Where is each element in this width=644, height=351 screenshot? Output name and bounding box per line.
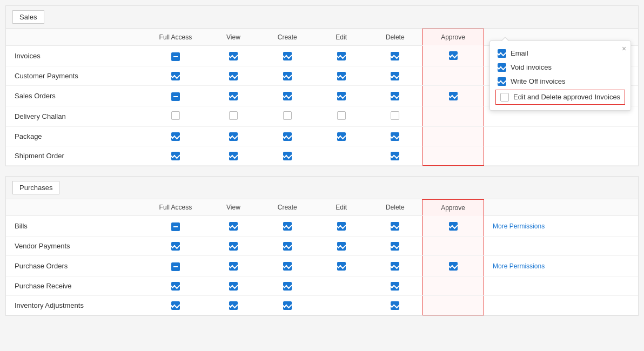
cell-view[interactable] xyxy=(206,106,260,126)
checkbox-minus[interactable] xyxy=(171,262,180,271)
cell-create[interactable] xyxy=(260,146,314,165)
cell-fullAccess[interactable] xyxy=(145,276,206,296)
checkbox-checked[interactable] xyxy=(229,222,238,231)
cell-delete[interactable] xyxy=(368,276,422,296)
checkbox-checked[interactable] xyxy=(337,52,346,60)
cell-edit[interactable] xyxy=(314,85,368,106)
cell-approve[interactable] xyxy=(422,256,484,276)
cell-edit[interactable] xyxy=(314,45,368,66)
checkbox-checked[interactable] xyxy=(283,222,292,231)
checkbox-checked[interactable] xyxy=(229,301,238,310)
popover-checkbox[interactable] xyxy=(498,49,506,58)
more-permissions-link[interactable]: More Permissions xyxy=(487,222,545,230)
cell-delete[interactable] xyxy=(368,85,422,106)
checkbox-minus[interactable] xyxy=(171,222,180,231)
cell-create[interactable] xyxy=(260,276,314,296)
cell-approve[interactable] xyxy=(422,45,484,66)
checkbox-checked[interactable] xyxy=(337,262,346,271)
checkbox-checked[interactable] xyxy=(449,262,458,271)
checkbox-checked[interactable] xyxy=(391,222,399,231)
cell-fullAccess[interactable] xyxy=(145,216,206,237)
checkbox-empty[interactable] xyxy=(391,111,399,120)
cell-fullAccess[interactable] xyxy=(145,237,206,256)
cell-edit[interactable] xyxy=(314,126,368,146)
cell-create[interactable] xyxy=(260,216,314,237)
checkbox-checked[interactable] xyxy=(449,92,458,100)
checkbox-checked[interactable] xyxy=(391,301,399,310)
checkbox-checked[interactable] xyxy=(391,262,399,271)
checkbox-empty[interactable] xyxy=(283,111,292,120)
checkbox-checked[interactable] xyxy=(391,72,399,80)
cell-create[interactable] xyxy=(260,256,314,276)
cell-view[interactable] xyxy=(206,66,260,85)
cell-edit[interactable] xyxy=(314,256,368,276)
cell-fullAccess[interactable] xyxy=(145,146,206,165)
checkbox-empty[interactable] xyxy=(229,111,238,120)
cell-create[interactable] xyxy=(260,126,314,146)
cell-delete[interactable] xyxy=(368,146,422,165)
cell-fullAccess[interactable] xyxy=(145,126,206,146)
cell-view[interactable] xyxy=(206,256,260,276)
checkbox-checked[interactable] xyxy=(229,132,238,141)
checkbox-checked[interactable] xyxy=(337,132,346,141)
checkbox-checked[interactable] xyxy=(391,242,399,251)
cell-approve[interactable] xyxy=(422,85,484,106)
cell-create[interactable] xyxy=(260,85,314,106)
cell-view[interactable] xyxy=(206,296,260,315)
cell-create[interactable] xyxy=(260,237,314,256)
checkbox-checked[interactable] xyxy=(283,262,292,271)
cell-create[interactable] xyxy=(260,45,314,66)
cell-fullAccess[interactable] xyxy=(145,85,206,106)
cell-delete[interactable] xyxy=(368,237,422,256)
checkbox-minus[interactable] xyxy=(171,92,180,101)
checkbox-checked[interactable] xyxy=(337,242,346,251)
checkbox-checked[interactable] xyxy=(171,132,180,141)
cell-edit[interactable] xyxy=(314,106,368,126)
checkbox-checked[interactable] xyxy=(337,92,346,100)
checkbox-checked[interactable] xyxy=(283,152,292,160)
checkbox-checked[interactable] xyxy=(229,242,238,251)
checkbox-checked[interactable] xyxy=(283,282,292,291)
popover-close-button[interactable]: × xyxy=(622,44,626,53)
checkbox-checked[interactable] xyxy=(283,52,292,60)
popover-checkbox[interactable] xyxy=(498,77,506,86)
checkbox-checked[interactable] xyxy=(229,72,238,80)
checkbox-checked[interactable] xyxy=(391,92,399,100)
cell-fullAccess[interactable] xyxy=(145,66,206,85)
cell-view[interactable] xyxy=(206,45,260,66)
cell-delete[interactable] xyxy=(368,66,422,85)
checkbox-checked[interactable] xyxy=(283,72,292,80)
cell-view[interactable] xyxy=(206,85,260,106)
checkbox-checked[interactable] xyxy=(171,72,180,80)
checkbox-checked[interactable] xyxy=(229,152,238,160)
cell-delete[interactable] xyxy=(368,45,422,66)
more-permissions-link[interactable]: More Permissions xyxy=(487,262,545,270)
cell-fullAccess[interactable] xyxy=(145,106,206,126)
checkbox-checked[interactable] xyxy=(283,242,292,251)
cell-fullAccess[interactable] xyxy=(145,256,206,276)
checkbox-checked[interactable] xyxy=(283,301,292,310)
cell-view[interactable] xyxy=(206,146,260,165)
checkbox-checked[interactable] xyxy=(171,242,180,251)
cell-view[interactable] xyxy=(206,276,260,296)
cell-edit[interactable] xyxy=(314,216,368,237)
cell-delete[interactable] xyxy=(368,106,422,126)
cell-delete[interactable] xyxy=(368,216,422,237)
checkbox-checked[interactable] xyxy=(337,222,346,231)
popover-checkbox[interactable] xyxy=(498,63,506,72)
checkbox-checked[interactable] xyxy=(391,52,399,60)
cell-edit[interactable] xyxy=(314,66,368,85)
checkbox-checked[interactable] xyxy=(171,282,180,291)
checkbox-checked[interactable] xyxy=(449,51,458,60)
cell-delete[interactable] xyxy=(368,126,422,146)
cell-create[interactable] xyxy=(260,66,314,85)
cell-approve[interactable] xyxy=(422,216,484,237)
cell-delete[interactable] xyxy=(368,256,422,276)
cell-delete[interactable] xyxy=(368,296,422,315)
checkbox-checked[interactable] xyxy=(391,132,399,141)
checkbox-empty[interactable] xyxy=(171,111,180,120)
checkbox-checked[interactable] xyxy=(391,282,399,291)
checkbox-minus[interactable] xyxy=(171,52,180,61)
checkbox-checked[interactable] xyxy=(337,72,346,80)
cell-create[interactable] xyxy=(260,296,314,315)
